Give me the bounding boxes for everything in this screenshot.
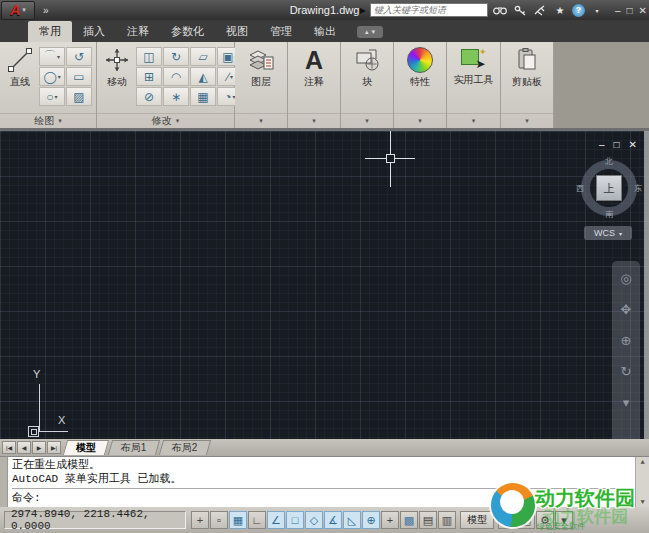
draw-panel-label[interactable]: 绘图▾ [0,113,96,128]
annotation-visibility-button[interactable]: ◧ [517,511,535,529]
array-tool[interactable]: ▦ [190,87,216,106]
tab-manage[interactable]: 管理 [259,21,303,42]
explode-tool[interactable]: ∗ [163,87,189,106]
quick-access-overflow-button[interactable]: » [43,5,49,16]
layers-panel-label[interactable]: ▾ [235,113,287,128]
selection-cycling-toggle[interactable]: ▥ [438,511,456,529]
ortho-mode-toggle[interactable]: ∟ [248,511,266,529]
block-button[interactable]: 块 [350,45,384,91]
line-button[interactable]: 直线 [4,45,36,91]
compass-north-label[interactable]: 北 [605,156,613,167]
utilities-panel-label[interactable]: ▾ [447,113,500,128]
object-snap-tracking-toggle[interactable]: ∡ [324,511,342,529]
object-snap-toggle[interactable]: □ [286,511,304,529]
tab-insert[interactable]: 插入 [72,21,116,42]
tab-parametric[interactable]: 参数化 [160,21,215,42]
polar-tracking-toggle[interactable]: ∠ [267,511,285,529]
zoom-icon[interactable]: ⊕ [621,333,632,348]
application-menu-button[interactable]: A ▾ [1,1,35,20]
tab-view[interactable]: 视图 [215,21,259,42]
erase-tool[interactable]: ⊘ [136,87,162,106]
snap-mode-toggle[interactable]: ▫ [210,511,228,529]
canvas-scrollbar[interactable] [644,131,649,439]
rectangle-tool[interactable]: ▭ [66,67,92,86]
ellipse-tool[interactable]: ○▾ [39,87,65,106]
annotation-panel-label[interactable]: ▾ [288,113,340,128]
search-binoculars-icon[interactable] [492,2,508,18]
modify-panel-label[interactable]: 修改▾ [97,113,234,128]
clipboard-button[interactable]: 剪贴板 [509,45,545,91]
tab-layout1[interactable]: 布局1 [108,440,160,455]
revision-cloud-tool[interactable]: ↺ [66,47,92,66]
help-icon[interactable]: ? [572,4,585,17]
key-icon[interactable] [512,2,528,18]
grid-display-toggle[interactable]: ▦ [229,511,247,529]
last-tab-button[interactable]: ▶| [47,441,61,454]
block-panel-label[interactable]: ▾ [341,113,393,128]
search-input[interactable] [370,3,488,17]
doc-close-button[interactable]: ✕ [629,139,637,150]
compass-south-label[interactable]: 南 [605,209,613,220]
command-line-grip[interactable] [0,457,8,507]
quick-properties-toggle[interactable]: ▤ [419,511,437,529]
ribbon-minimize-button[interactable]: ▴ ▾ [357,26,383,38]
doc-restore-button[interactable]: □ [614,139,620,150]
command-scrollbar[interactable]: ▲ ▼ [635,457,649,507]
viewcube-top-face[interactable]: 上 [596,175,622,201]
window-maximize-button[interactable]: □ [627,5,633,16]
model-space-button[interactable]: 模型 [460,511,494,529]
help-dropdown-icon[interactable]: ▾ [589,2,605,18]
compass-east-label[interactable]: 东 [634,183,642,194]
navigation-wheel-icon[interactable]: ◎ [620,271,631,286]
annotation-button[interactable]: A 注释 [301,45,327,91]
workspace-button[interactable]: ⚙ [536,511,554,529]
annotation-scale-button[interactable]: ▭ [498,511,516,529]
dynamic-input-toggle[interactable]: ⊕ [362,511,380,529]
window-close-button[interactable]: ✕ [639,5,647,16]
window-minimize-button[interactable]: – [615,5,621,16]
orbit-icon[interactable]: ↻ [621,364,632,379]
3d-object-snap-toggle[interactable]: ◇ [305,511,323,529]
dynamic-ucs-toggle[interactable]: ◺ [343,511,361,529]
scroll-down-icon[interactable]: ▼ [640,498,644,506]
navbar-more-icon[interactable]: ▾ [623,395,630,410]
pan-icon[interactable]: ✥ [621,302,632,317]
properties-button[interactable]: 特性 [404,45,436,91]
compass-west-label[interactable]: 西 [576,183,584,194]
stretch-tool[interactable]: ▱ [190,47,216,66]
transparency-toggle[interactable]: ▩ [400,511,418,529]
coordinate-display[interactable]: 2974.8940, 2218.4462, 0.0000 [4,511,186,529]
favorites-star-icon[interactable]: ★ [552,2,568,18]
viewcube[interactable]: 北 南 东 西 上 [578,157,640,219]
prev-tab-button[interactable]: ◀ [17,441,31,454]
doc-minimize-button[interactable]: – [599,139,605,150]
fillet-tool[interactable]: ◠ [163,67,189,86]
copy-tool[interactable]: ◫ [136,47,162,66]
tab-model[interactable]: 模型 [63,440,109,455]
scale-tool[interactable]: ⊞ [136,67,162,86]
circle-tool[interactable]: ◯▾ [39,67,65,86]
clipboard-panel-label[interactable]: ▾ [501,113,553,128]
move-button[interactable]: 移动 [101,45,133,91]
command-prompt[interactable]: 命令: [12,488,631,505]
status-menu-button[interactable]: ▾ [555,511,573,529]
next-tab-button[interactable]: ▶ [32,441,46,454]
tab-output[interactable]: 输出 [303,21,347,42]
infer-constraints-toggle[interactable]: + [191,511,209,529]
tab-annotate[interactable]: 注释 [116,21,160,42]
drawing-canvas[interactable]: – □ ✕ 北 南 东 西 上 WCS▾ ◎ ✥ ⊕ ↻ [0,131,649,439]
communication-satellite-icon[interactable] [532,2,548,18]
tab-layout2[interactable]: 布局2 [158,440,210,455]
hatch-tool[interactable]: ▨ [66,87,92,106]
properties-panel-label[interactable]: ▾ [394,113,446,128]
mirror-tool[interactable]: ◭ [190,67,216,86]
layers-button[interactable]: 图层 [244,45,278,91]
infocenter-arrow-icon[interactable]: ▶ [360,6,366,15]
rotate-tool[interactable]: ↻ [163,47,189,66]
first-tab-button[interactable]: |◀ [2,441,16,454]
utilities-button[interactable]: ✦➤ 实用工具 [451,45,497,89]
tab-home[interactable]: 常用 [28,21,72,42]
scroll-up-icon[interactable]: ▲ [640,458,644,466]
arc-tool[interactable]: ⌒▾ [39,47,65,66]
lineweight-toggle[interactable]: + [381,511,399,529]
